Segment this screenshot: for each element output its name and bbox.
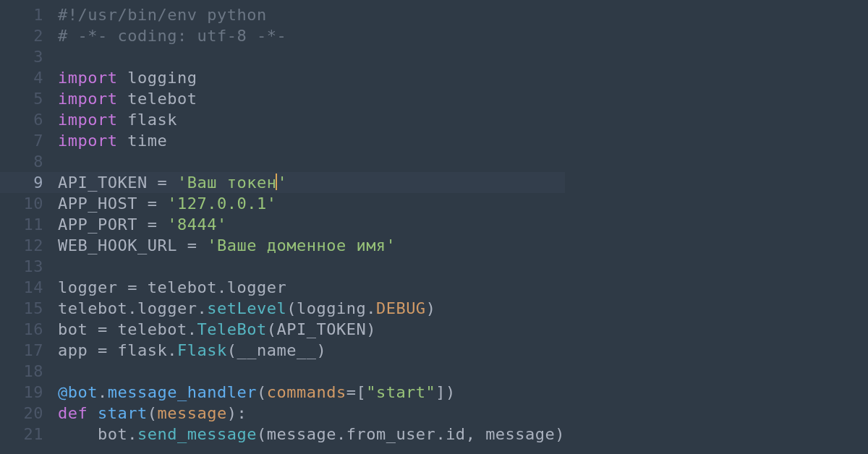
line-number: 6: [0, 109, 43, 130]
code-token: def: [58, 404, 88, 422]
code-line[interactable]: def start(message):: [58, 403, 565, 424]
code-line[interactable]: import telebot: [58, 88, 565, 109]
code-token: =: [98, 341, 108, 359]
code-line[interactable]: import logging: [58, 67, 565, 88]
whitespace: [88, 320, 98, 338]
code-line[interactable]: [58, 46, 565, 67]
line-number-gutter: 123456789101112131415161718192021: [0, 0, 43, 454]
code-token: ): [555, 425, 565, 443]
code-line[interactable]: [58, 151, 565, 172]
line-number: 9: [0, 172, 43, 193]
code-token: bot: [98, 425, 127, 443]
line-number: 15: [0, 298, 43, 319]
whitespace: [177, 236, 187, 254]
whitespace: [108, 341, 118, 359]
line-number: 7: [0, 130, 43, 151]
code-token: .: [187, 320, 197, 338]
code-token: commands: [267, 383, 346, 401]
code-token: import: [58, 132, 117, 150]
code-token: message: [267, 425, 336, 443]
code-token: (: [257, 383, 267, 401]
code-line[interactable]: @bot.message_handler(commands=["start"]): [58, 382, 565, 403]
line-number: 1: [0, 4, 43, 25]
whitespace: [197, 236, 207, 254]
code-token: bot: [58, 320, 88, 338]
code-token: =: [98, 320, 108, 338]
code-token: ): [227, 404, 237, 422]
whitespace: [58, 425, 98, 443]
code-token: .: [217, 278, 227, 296]
whitespace: [88, 404, 98, 422]
code-line[interactable]: telebot.logger.setLevel(logging.DEBUG): [58, 298, 565, 319]
code-token: (: [148, 404, 158, 422]
code-token: telebot: [127, 90, 197, 108]
code-area[interactable]: #!/usr/bin/env python# -*- coding: utf-8…: [43, 0, 565, 454]
code-token: '8444': [167, 215, 226, 234]
code-line[interactable]: bot = telebot.TeleBot(API_TOKEN): [58, 319, 565, 340]
line-number: 4: [0, 67, 43, 88]
code-token: .: [435, 425, 446, 443]
code-token: 'Ваше доменное имя': [207, 236, 396, 254]
code-token: =: [346, 383, 357, 401]
code-token: start: [98, 404, 148, 422]
code-line[interactable]: [58, 256, 565, 277]
code-line[interactable]: [58, 361, 565, 382]
code-token: telebot: [148, 278, 217, 296]
code-token: API_TOKEN: [276, 320, 366, 338]
code-token: message: [485, 425, 555, 443]
code-token: ): [426, 299, 436, 317]
line-number: 11: [0, 214, 43, 235]
line-number: 12: [0, 235, 43, 256]
code-token: .: [127, 425, 137, 443]
code-line[interactable]: bot.send_message(message.from_user.id, m…: [58, 424, 565, 445]
code-token: logging: [127, 69, 197, 87]
whitespace: [117, 69, 127, 87]
code-token: ]: [435, 383, 446, 401]
code-token: ): [366, 320, 376, 338]
code-token: WEB_HOOK_URL: [58, 236, 177, 254]
code-line[interactable]: APP_HOST = '127.0.0.1': [58, 193, 565, 214]
line-number: 8: [0, 151, 43, 172]
code-token: __name__: [237, 341, 316, 359]
line-number: 10: [0, 193, 43, 214]
line-number: 2: [0, 25, 43, 46]
code-token: #!/usr/bin/env python: [58, 6, 267, 24]
line-number: 3: [0, 46, 43, 67]
code-token: .: [366, 299, 376, 317]
code-line[interactable]: APP_PORT = '8444': [58, 214, 565, 235]
line-number: 19: [0, 382, 43, 403]
code-token: message: [157, 404, 226, 422]
code-token: setLevel: [207, 299, 286, 317]
code-token: =: [148, 194, 158, 213]
line-number: 18: [0, 361, 43, 382]
code-token: .: [197, 299, 207, 317]
code-token: telebot: [118, 320, 187, 338]
code-line[interactable]: API_TOKEN = 'Ваш токен': [58, 172, 565, 193]
code-token: DEBUG: [376, 299, 426, 317]
line-number: 16: [0, 319, 43, 340]
whitespace: [88, 341, 98, 359]
code-token: logging: [297, 299, 366, 317]
code-line[interactable]: import time: [58, 130, 565, 151]
code-token: (: [257, 425, 267, 443]
code-token: APP_PORT: [58, 215, 137, 234]
code-line[interactable]: WEB_HOOK_URL = 'Ваше доменное имя': [58, 235, 565, 256]
code-line[interactable]: logger = telebot.logger: [58, 277, 565, 298]
code-line[interactable]: import flask: [58, 109, 565, 130]
code-token: ): [316, 341, 326, 359]
whitespace: [108, 320, 118, 338]
code-line[interactable]: #!/usr/bin/env python: [58, 4, 565, 25]
code-token: =: [148, 215, 158, 234]
code-token: logger: [227, 278, 286, 296]
code-line[interactable]: # -*- coding: utf-8 -*-: [58, 25, 565, 46]
line-number: 14: [0, 277, 43, 298]
code-editor[interactable]: 123456789101112131415161718192021 #!/usr…: [0, 0, 868, 454]
code-token: "start": [366, 383, 435, 401]
code-token: import: [58, 90, 117, 108]
code-token: 'Ваш токен: [177, 174, 276, 192]
whitespace: [137, 215, 148, 234]
whitespace: [148, 174, 158, 192]
code-token: from_user: [346, 425, 436, 443]
code-line[interactable]: app = flask.Flask(__name__): [58, 340, 565, 361]
whitespace: [137, 194, 148, 213]
